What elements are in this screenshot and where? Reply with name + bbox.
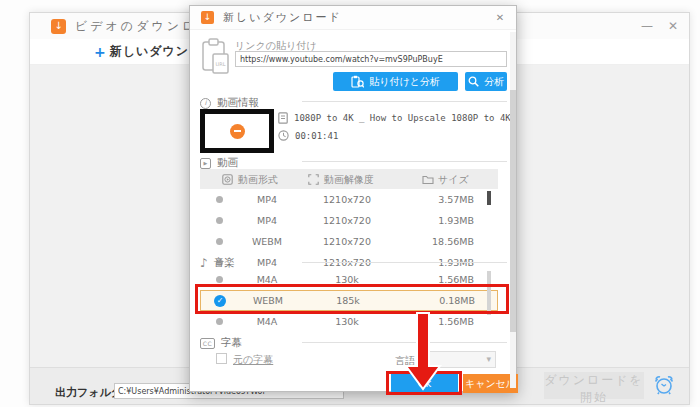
section-video: ▶ 動画 xyxy=(200,156,238,170)
cell-format: M4A xyxy=(238,274,296,285)
section-audio: ♪ 音楽 xyxy=(200,256,235,270)
audio-table-scrollbar[interactable] xyxy=(487,271,491,315)
app-download-icon: ↓ xyxy=(51,19,66,34)
music-note-icon: ♪ xyxy=(200,256,208,270)
cell-resolution: 1210x720 xyxy=(296,236,398,247)
dialog-close-icon[interactable]: ✕ xyxy=(492,11,508,25)
original-subtitle-checkbox[interactable] xyxy=(216,353,227,364)
cell-bitrate: 130k xyxy=(296,316,398,327)
check-selected-icon[interactable]: ✓ xyxy=(214,295,226,307)
radio-unselected-icon[interactable] xyxy=(216,238,223,245)
audio-rows: M4A 130k 1.56MB ✓ WEBM 185k 0.18MB M4A 1… xyxy=(200,269,498,332)
video-title: 1080P to 4K _ How to Upscale 1080P to 4K xyxy=(294,113,511,123)
dialog-title: 新しいダウンロード xyxy=(223,10,342,25)
play-square-icon: ▶ xyxy=(200,158,211,169)
radio-unselected-icon[interactable] xyxy=(216,318,223,325)
paste-analyze-label: 貼り付けと分析 xyxy=(369,75,440,89)
header-size: サイズ xyxy=(438,173,469,187)
url-input[interactable] xyxy=(235,51,507,67)
language-label: 言語 xyxy=(395,354,415,368)
cell-size: 1.56MB xyxy=(398,316,474,327)
close-button[interactable]: ✕ xyxy=(663,17,683,35)
info-icon: i xyxy=(200,98,211,109)
video-format-icon xyxy=(222,174,233,185)
radio-unselected-icon[interactable] xyxy=(216,276,223,283)
cell-resolution: 1210x720 xyxy=(296,215,398,226)
thumbnail-loading-icon xyxy=(230,124,245,139)
cell-size: 1.56MB xyxy=(398,274,474,285)
folder-icon xyxy=(422,174,434,185)
resolution-icon xyxy=(308,174,319,185)
video-row[interactable]: MP4 1210x720 3.57MB xyxy=(200,189,498,210)
plus-icon: + xyxy=(94,44,106,60)
svg-text:URL: URL xyxy=(216,61,226,67)
section-video-info: i 動画情報 xyxy=(200,96,259,110)
analyze-button[interactable]: 分析 xyxy=(465,72,507,91)
clipboard-search-icon xyxy=(351,75,364,88)
document-icon xyxy=(278,112,288,124)
video-info-label: 動画情報 xyxy=(217,96,259,110)
language-dropdown[interactable]: ▾ xyxy=(416,351,496,368)
video-section-label: 動画 xyxy=(217,156,238,170)
audio-row-selected[interactable]: ✓ WEBM 185k 0.18MB xyxy=(200,290,498,311)
new-download-dialog: ↓ 新しいダウンロード ✕ URL リンクの貼り付け 貼り付けと分析 分析 i … xyxy=(189,5,517,392)
video-row[interactable]: MP4 1210x720 1.93MB xyxy=(200,210,498,231)
cell-format: WEBM xyxy=(239,295,297,306)
dialog-scrollbar-thumb[interactable] xyxy=(510,90,516,332)
cell-resolution: 1210x720 xyxy=(296,194,398,205)
ok-button[interactable]: Ok xyxy=(391,374,458,393)
clock-icon xyxy=(278,130,289,141)
cell-format: WEBM xyxy=(238,236,296,247)
minimize-button[interactable]: — xyxy=(637,17,657,35)
section-subtitle: CC 字幕 xyxy=(200,336,242,350)
cell-size: 1.93MB xyxy=(398,215,474,226)
section-divider xyxy=(302,161,507,162)
video-row[interactable]: WEBM 1210x720 18.56MB xyxy=(200,231,498,252)
cell-format: M4A xyxy=(238,316,296,327)
analyze-label: 分析 xyxy=(484,75,504,89)
search-icon xyxy=(468,76,479,87)
header-resolution: 動画解像度 xyxy=(324,173,374,187)
alarm-clock-icon[interactable] xyxy=(653,374,675,396)
video-duration-row: 00:01:41 xyxy=(278,130,338,141)
cell-bitrate: 130k xyxy=(296,274,398,285)
section-divider xyxy=(302,101,507,102)
cell-format: MP4 xyxy=(238,257,296,268)
cell-size: 18.56MB xyxy=(398,236,474,247)
video-title-row: 1080P to 4K _ How to Upscale 1080P to 4K xyxy=(278,112,511,124)
video-duration: 00:01:41 xyxy=(295,131,338,141)
video-thumbnail xyxy=(200,109,274,153)
video-rows: MP4 1210x720 3.57MB MP4 1210x720 1.93MB … xyxy=(200,189,498,273)
radio-unselected-icon[interactable] xyxy=(216,217,223,224)
radio-unselected-icon[interactable] xyxy=(216,196,223,203)
paste-analyze-button[interactable]: 貼り付けと分析 xyxy=(333,72,458,91)
clipboard-url-icon: URL xyxy=(200,36,232,76)
chevron-down-icon: ▾ xyxy=(486,354,491,364)
audio-row[interactable]: M4A 130k 1.56MB xyxy=(200,311,498,332)
dialog-download-icon: ↓ xyxy=(201,11,214,24)
cc-icon: CC xyxy=(200,338,215,349)
cell-size: 3.57MB xyxy=(398,194,474,205)
original-subtitle-label[interactable]: 元の字幕 xyxy=(233,353,273,367)
cell-size: 0.18MB xyxy=(399,295,475,306)
subtitle-section-label: 字幕 xyxy=(221,336,242,350)
dialog-titlebar: ↓ 新しいダウンロード ✕ xyxy=(190,6,516,30)
start-download-button[interactable]: ダウンロードを開始 xyxy=(544,372,644,399)
video-table-scrollbar[interactable] xyxy=(487,191,491,205)
cell-bitrate: 185k xyxy=(297,295,399,306)
cell-format: MP4 xyxy=(238,215,296,226)
audio-section-label: 音楽 xyxy=(214,256,235,270)
audio-row[interactable]: M4A 130k 1.56MB xyxy=(200,269,498,290)
video-table-header: 動画形式 動画解像度 サイズ xyxy=(200,169,498,189)
section-divider xyxy=(302,262,507,263)
section-divider xyxy=(302,342,507,343)
cell-format: MP4 xyxy=(238,194,296,205)
header-format: 動画形式 xyxy=(238,173,278,187)
